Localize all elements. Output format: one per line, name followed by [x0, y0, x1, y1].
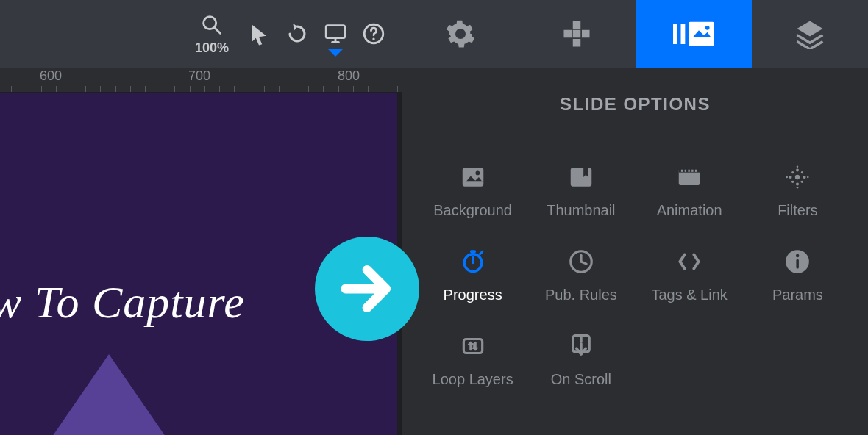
option-looplayers[interactable]: 1Loop Layers: [419, 331, 527, 388]
option-thumbnail[interactable]: Thumbnail: [527, 162, 635, 219]
option-label: Background: [433, 202, 512, 219]
pointer-tool[interactable]: [246, 21, 271, 46]
option-filters[interactable]: Filters: [744, 162, 852, 219]
option-label: Pub. Rules: [545, 287, 617, 303]
tab-settings[interactable]: [402, 0, 519, 68]
tab-navigation[interactable]: [519, 0, 635, 68]
undo-icon: [285, 21, 310, 46]
cursor-icon: [246, 21, 271, 46]
option-label: Loop Layers: [433, 371, 513, 388]
option-grid: BackgroundThumbnailAnimationFiltersProgr…: [402, 162, 868, 388]
svg-point-6: [372, 37, 374, 40]
horizontal-ruler: 600700800: [0, 68, 402, 93]
svg-line-42: [480, 252, 482, 254]
option-label: Params: [772, 287, 823, 303]
svg-point-34: [801, 181, 803, 183]
svg-point-0: [204, 16, 216, 29]
pubrules-icon: [566, 247, 596, 276]
filters-icon: [783, 162, 812, 192]
slides-icon: [673, 18, 714, 49]
svg-point-30: [803, 176, 806, 179]
svg-point-33: [791, 181, 794, 183]
svg-rect-47: [797, 259, 799, 269]
option-pubrules[interactable]: Pub. Rules: [527, 247, 635, 303]
option-params[interactable]: Params: [744, 247, 852, 303]
option-tagslink[interactable]: Tags & Link: [636, 247, 744, 303]
svg-rect-25: [695, 170, 697, 172]
svg-point-17: [475, 171, 480, 176]
onscroll-icon: [566, 331, 596, 361]
svg-point-31: [791, 171, 794, 173]
svg-rect-13: [680, 24, 685, 44]
svg-point-26: [795, 175, 800, 179]
thumbnail-icon: [566, 162, 596, 192]
svg-point-15: [705, 26, 709, 30]
monitor-icon: [323, 21, 348, 46]
svg-rect-16: [462, 168, 483, 186]
svg-point-32: [801, 171, 803, 173]
svg-rect-21: [681, 170, 683, 172]
params-icon: [783, 247, 812, 276]
arrow-right-icon: [335, 256, 399, 321]
svg-rect-2: [326, 26, 345, 38]
dpad-icon: [561, 18, 592, 49]
next-arrow-badge[interactable]: [315, 237, 419, 341]
svg-point-38: [807, 176, 809, 179]
gear-icon: [445, 18, 476, 49]
svg-rect-23: [689, 170, 690, 172]
svg-point-48: [796, 254, 799, 257]
panel-tabs: [402, 0, 868, 68]
svg-rect-12: [673, 24, 677, 44]
ruler-number: 700: [188, 68, 210, 84]
ruler-number: 600: [40, 68, 62, 84]
looplayers-icon: 1: [458, 331, 488, 361]
panel-title: SLIDE OPTIONS: [402, 68, 868, 140]
help-icon: [361, 21, 386, 46]
tab-slide[interactable]: [636, 0, 752, 68]
canvas-area[interactable]: How To Capture: [0, 93, 402, 435]
svg-rect-7: [573, 21, 581, 29]
option-label: Filters: [778, 202, 817, 219]
help-tool[interactable]: [361, 21, 386, 46]
svg-line-1: [215, 28, 220, 33]
svg-rect-10: [582, 30, 590, 38]
svg-point-29: [789, 176, 792, 179]
preview-tool[interactable]: [323, 21, 348, 46]
progress-icon: [458, 247, 488, 276]
option-animation[interactable]: Animation: [636, 162, 744, 219]
search-icon: [199, 12, 224, 37]
svg-rect-11: [573, 30, 581, 38]
svg-rect-22: [685, 170, 686, 172]
option-progress[interactable]: Progress: [419, 247, 527, 303]
options-pane: SLIDE OPTIONS BackgroundThumbnailAnimati…: [402, 0, 868, 435]
canvas-toolbar: 100%: [0, 0, 402, 68]
panel-body: SLIDE OPTIONS BackgroundThumbnailAnimati…: [402, 68, 868, 435]
svg-point-35: [797, 165, 799, 168]
svg-rect-8: [573, 39, 581, 47]
option-onscroll[interactable]: On Scroll: [527, 331, 635, 388]
option-background[interactable]: Background: [419, 162, 527, 219]
animation-icon: [675, 162, 704, 192]
option-label: Progress: [444, 287, 502, 303]
svg-rect-18: [571, 168, 592, 186]
preview-active-indicator: [328, 49, 343, 57]
zoom-tool[interactable]: 100%: [195, 12, 229, 56]
tab-layers[interactable]: [752, 0, 868, 68]
svg-point-27: [796, 168, 799, 171]
svg-rect-9: [564, 30, 572, 38]
svg-line-45: [581, 262, 586, 264]
triangle-shape[interactable]: [28, 354, 190, 435]
ruler-number: 800: [338, 68, 360, 84]
svg-point-36: [797, 187, 799, 189]
tagslink-icon: [675, 247, 704, 276]
undo-tool[interactable]: [285, 21, 310, 46]
option-label: On Scroll: [551, 371, 611, 388]
svg-point-28: [796, 182, 799, 185]
option-label: Animation: [657, 202, 722, 219]
zoom-level: 100%: [195, 40, 229, 56]
option-label: Tags & Link: [651, 287, 727, 303]
svg-rect-41: [470, 250, 476, 253]
slide-headline[interactable]: How To Capture: [0, 276, 245, 328]
option-label: Thumbnail: [547, 202, 615, 219]
canvas-pane: 100% 600700800 How To C: [0, 0, 402, 435]
